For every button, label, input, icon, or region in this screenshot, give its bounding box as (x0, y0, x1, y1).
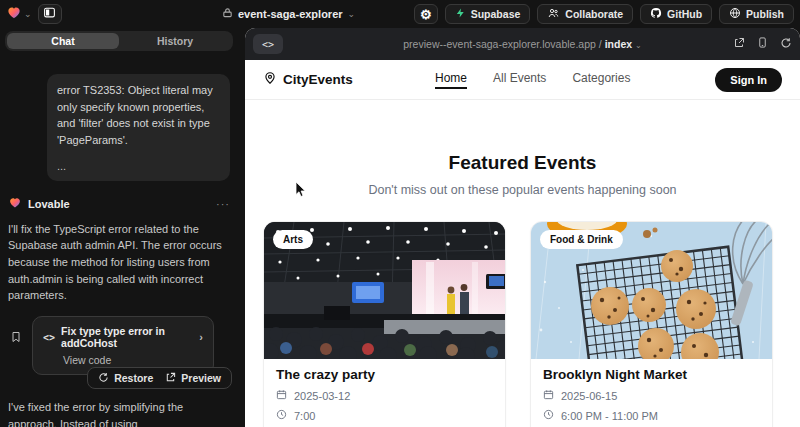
event-time-row: 6:00 PM - 11:00 PM (543, 409, 760, 422)
preview-panel: <> preview--event-saga-explorer.lovable.… (245, 28, 800, 427)
preview-button[interactable]: Preview (165, 372, 221, 385)
calendar-icon (543, 389, 554, 402)
publish-label: Publish (746, 8, 784, 20)
chevron-right-icon: › (199, 331, 203, 343)
assistant-message-2: I've fixed the error by simplifying the … (8, 399, 230, 427)
brand-name: CityEvents (283, 72, 353, 87)
supabase-label: Supabase (471, 8, 521, 20)
external-link-icon (165, 372, 176, 385)
restore-button[interactable]: Restore (98, 372, 153, 385)
top-bar: ⌄ event-saga-explorer ⌄ ⚙ (0, 0, 800, 28)
assistant-name: Lovable (28, 198, 210, 210)
nav-all-events[interactable]: All Events (493, 71, 546, 89)
bookmark-icon[interactable] (10, 330, 22, 348)
app-window: ⌄ event-saga-explorer ⌄ ⚙ (0, 0, 800, 427)
supabase-bolt-icon (455, 7, 466, 21)
collaborate-button[interactable]: Collaborate (537, 4, 633, 24)
github-label: GitHub (667, 8, 702, 20)
people-icon (547, 7, 560, 21)
typing-dots: ... (57, 158, 220, 175)
url-page: index (605, 38, 632, 50)
globe-icon (729, 7, 741, 21)
chevron-down-icon: ⌄ (348, 10, 356, 19)
nav-home[interactable]: Home (435, 71, 467, 89)
nav-categories[interactable]: Categories (572, 71, 630, 89)
lock-icon (222, 5, 233, 23)
browser-chrome-bar: <> preview--event-saga-explorer.lovable.… (245, 28, 800, 60)
site-nav: Home All Events Categories (435, 71, 630, 89)
url-separator: / (599, 38, 602, 50)
site-brand[interactable]: CityEvents (263, 71, 353, 88)
clock-icon (276, 409, 287, 422)
code-icon: <> (43, 332, 55, 343)
project-selector[interactable]: event-saga-explorer ⌄ (222, 0, 355, 28)
lovable-logo-menu[interactable]: ⌄ (6, 5, 32, 24)
gear-icon: ⚙ (420, 8, 432, 21)
user-message-text: error TS2353: Object literal may only sp… (57, 82, 220, 148)
supabase-button[interactable]: Supabase (445, 4, 531, 24)
refresh-icon[interactable] (780, 35, 792, 53)
event-title: Brooklyn Night Market (543, 367, 760, 382)
sidebar-panel-icon (43, 5, 56, 23)
category-badge: Arts (273, 230, 313, 249)
chevron-down-icon: ⌄ (635, 41, 642, 50)
assistant-message-1: I'll fix the TypeScript error related to… (8, 221, 230, 305)
restore-icon (98, 372, 109, 385)
mobile-view-icon[interactable] (757, 35, 768, 53)
message-menu-button[interactable]: ··· (216, 198, 230, 210)
sign-in-button[interactable]: Sign In (715, 68, 782, 92)
event-image-conference: Arts (264, 222, 505, 359)
site-viewport: CityEvents Home All Events Categories Si… (245, 60, 800, 427)
event-card-1[interactable]: Arts The crazy party 2025-03-12 (263, 221, 506, 427)
user-message-bubble: error TS2353: Object literal may only sp… (47, 74, 230, 181)
tab-chat[interactable]: Chat (7, 33, 119, 49)
fix-card-area: <> Fix type type error in addCoHost › Vi… (8, 316, 230, 389)
chevron-down-icon: ⌄ (24, 10, 32, 19)
message2-part1: I've fixed the error by simplifying the … (8, 401, 183, 427)
calendar-icon (276, 389, 287, 402)
lovable-heart-icon (6, 5, 22, 24)
view-code-link[interactable]: View code (63, 354, 203, 366)
open-external-icon[interactable] (733, 35, 745, 53)
map-pin-icon (263, 71, 277, 88)
event-date: 2025-06-15 (561, 390, 617, 402)
event-image-cookies: Food & Drink (531, 222, 772, 359)
event-cards-row: Arts The crazy party 2025-03-12 (245, 221, 800, 427)
github-icon (650, 7, 662, 21)
fix-card-title: Fix type type error in addCoHost (61, 325, 193, 349)
publish-button[interactable]: Publish (719, 4, 794, 24)
event-card-2[interactable]: Food & Drink Brooklyn Night Market 2025-… (530, 221, 773, 427)
event-date-row: 2025-06-15 (543, 389, 760, 402)
event-date-row: 2025-03-12 (276, 389, 493, 402)
event-time: 7:00 (294, 410, 315, 422)
collaborate-label: Collaborate (565, 8, 623, 20)
assistant-header: Lovable ··· (8, 195, 230, 213)
event-date: 2025-03-12 (294, 390, 350, 402)
restore-preview-bar: Restore Preview (87, 367, 232, 389)
toggle-sidebar-button[interactable] (38, 4, 62, 24)
preview-url: preview--event-saga-explorer.lovable.app (403, 38, 596, 50)
category-badge: Food & Drink (540, 230, 623, 249)
clock-icon (543, 409, 554, 422)
tab-history[interactable]: History (119, 33, 231, 49)
preview-label: Preview (181, 372, 221, 384)
lovable-heart-icon (8, 195, 22, 213)
github-button[interactable]: GitHub (640, 4, 712, 24)
site-header: CityEvents Home All Events Categories Si… (245, 60, 800, 100)
section-subtitle: Don't miss out on these popular events h… (245, 183, 800, 197)
url-bar: preview--event-saga-explorer.lovable.app… (245, 38, 800, 50)
restore-label: Restore (114, 372, 153, 384)
featured-section-header: Featured Events Don't miss out on these … (245, 152, 800, 197)
event-time-row: 7:00 (276, 409, 493, 422)
code-view-button[interactable]: <> (253, 34, 283, 54)
event-time: 6:00 PM - 11:00 PM (561, 410, 658, 422)
settings-button[interactable]: ⚙ (414, 4, 438, 24)
chat-message-list[interactable]: error TS2353: Object literal may only sp… (0, 74, 238, 427)
chat-history-tabs: Chat History (5, 31, 233, 51)
project-name: event-saga-explorer (238, 8, 343, 20)
chat-sidebar: Chat History error TS2353: Object litera… (0, 28, 238, 427)
section-title: Featured Events (245, 152, 800, 174)
event-title: The crazy party (276, 367, 493, 382)
